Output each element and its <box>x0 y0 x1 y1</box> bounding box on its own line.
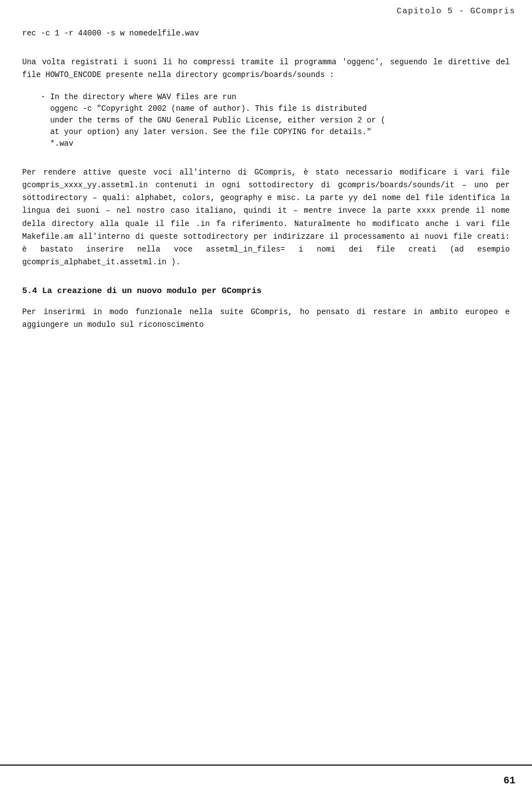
page-number: 61 <box>503 775 515 786</box>
page-footer: 61 <box>0 765 532 795</box>
spacer-1 <box>22 45 510 56</box>
content-area: rec -c 1 -r 44000 -s w nomedelfile.wav U… <box>22 28 510 762</box>
paragraph-1: Una volta registrati i suoni li ho compr… <box>22 56 510 81</box>
page-header: Capitolo 5 - GCompris <box>0 0 532 22</box>
paragraph-2: Per rendere attive queste voci all'inter… <box>22 166 510 269</box>
paragraph-3: Per inserirmi in modo funzionale nella s… <box>22 306 510 331</box>
spacer-2 <box>22 155 510 166</box>
code-block-2: - In the directory where WAV files are r… <box>22 91 510 150</box>
code-block-1: rec -c 1 -r 44000 -s w nomedelfile.wav <box>22 28 510 39</box>
section-heading-5-4: 5.4 La creazione di un nuovo modulo per … <box>22 286 510 296</box>
page-container: Capitolo 5 - GCompris rec -c 1 -r 44000 … <box>0 0 532 795</box>
chapter-title: Capitolo 5 - GCompris <box>397 7 515 16</box>
